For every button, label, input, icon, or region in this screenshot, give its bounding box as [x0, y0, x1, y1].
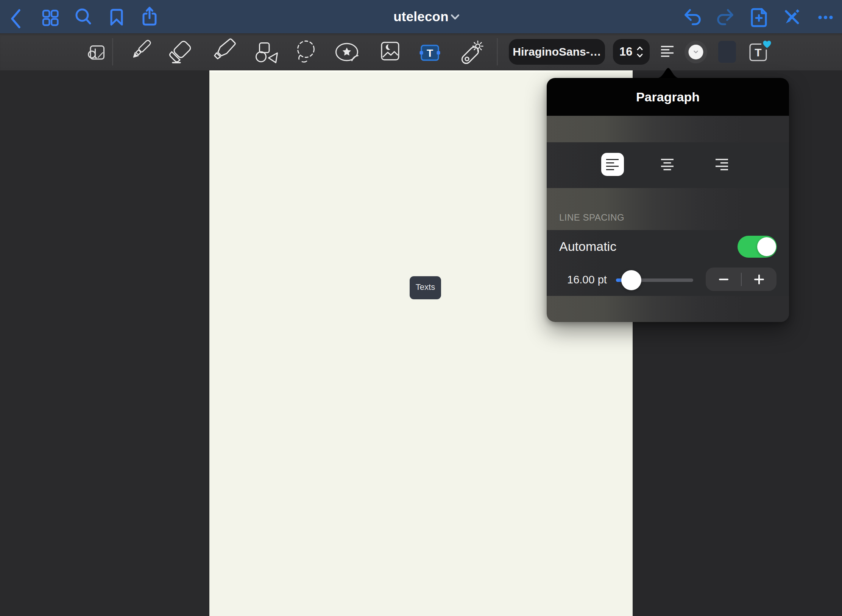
svg-text:T: T — [427, 47, 433, 59]
svg-text:T: T — [755, 46, 761, 59]
